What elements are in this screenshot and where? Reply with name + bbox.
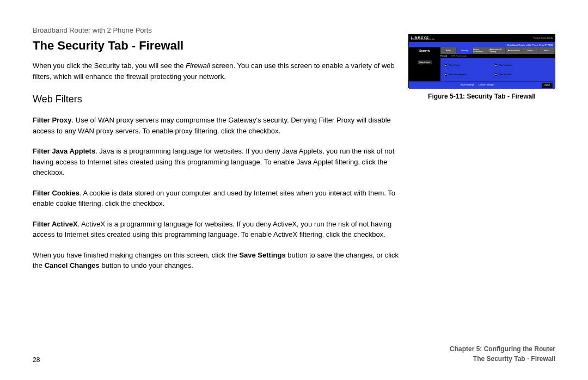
router-tab-apps[interactable]: Applications & Gaming — [489, 47, 506, 54]
check-label: Filter ActiveX — [499, 73, 511, 76]
checkbox-icon[interactable] — [445, 64, 447, 66]
check-filter-proxy[interactable]: Filter Proxy — [445, 60, 495, 70]
router-model-bar: Broadband Router with 2 Phone Ports RTP3… — [409, 42, 555, 47]
router-subtab-firewall[interactable]: Firewall — [440, 55, 447, 57]
filter-proxy-head: Filter Proxy — [33, 116, 72, 124]
router-brand-sub: A Division of Cisco Systems, Inc. — [411, 38, 435, 40]
figure-block: LINKSYS A Division of Cisco Systems, Inc… — [408, 34, 555, 100]
filter-java-para: Filter Java Applets. Java is a programmi… — [33, 146, 403, 178]
router-tab-setup[interactable]: Setup — [440, 47, 457, 54]
filter-java-head: Filter Java Applets — [33, 147, 95, 155]
check-label: Filter Java Applets — [449, 73, 467, 76]
filter-cookies-para: Filter Cookies. A cookie is data stored … — [33, 188, 403, 209]
filter-cookies-body: . A cookie is data stored on your comput… — [33, 189, 395, 208]
cisco-logo: CISCO — [542, 83, 553, 88]
check-label: Filter Cookies — [499, 64, 512, 66]
router-section-label: Security — [409, 47, 440, 54]
filter-activex-para: Filter ActiveX. ActiveX is a programming… — [33, 219, 403, 240]
router-tab-admin[interactable]: Administration — [506, 47, 522, 54]
filter-cookies-head: Filter Cookies — [33, 189, 79, 197]
router-brand-bar: LINKSYS A Division of Cisco Systems, Inc… — [409, 34, 555, 42]
router-firmware: Firmware Version: 1.00.55 — [534, 37, 553, 39]
filter-proxy-para: Filter Proxy. Use of WAN proxy servers m… — [33, 115, 403, 136]
save-pre: When you have finished making changes on… — [33, 251, 239, 259]
router-body: Web Filters Filter Proxy Filter Cookies … — [409, 58, 555, 81]
checkbox-icon[interactable] — [495, 64, 497, 66]
checkbox-icon[interactable] — [495, 73, 497, 76]
footer-section: The Security Tab - Firewall — [450, 354, 555, 364]
save-settings-button[interactable]: Save Settings — [461, 83, 474, 86]
cancel-changes-button[interactable]: Cancel Changes — [479, 83, 495, 86]
product-header: Broadband Router with 2 Phone Ports — [33, 26, 555, 34]
filter-activex-body: . ActiveX is a programming language for … — [33, 220, 391, 239]
router-screenshot: LINKSYS A Division of Cisco Systems, Inc… — [408, 34, 555, 88]
check-filter-activex[interactable]: Filter ActiveX — [495, 70, 545, 79]
router-tabs: Security Setup Security Access Restricti… — [409, 47, 555, 54]
router-subtabs: Firewall VPN Passthrough — [409, 54, 555, 58]
router-tab-security[interactable]: Security — [457, 47, 473, 54]
cancel-changes-label: Cancel Changes — [45, 261, 100, 269]
save-settings-label: Save Settings — [239, 251, 285, 259]
router-tab-access[interactable]: Access Restrictions — [473, 47, 489, 54]
page-number: 28 — [33, 356, 40, 364]
check-label: Filter Proxy — [449, 64, 460, 66]
intro-em: Firewall — [186, 62, 210, 70]
router-bottom: Save Settings Cancel Changes CISCO — [409, 81, 555, 89]
figure-caption: Figure 5-11: Security Tab - Firewall — [408, 93, 555, 100]
check-filter-java[interactable]: Filter Java Applets — [445, 70, 495, 79]
router-buttons: Save Settings Cancel Changes — [461, 83, 494, 86]
router-checks: Filter Proxy Filter Cookies Filter Java … — [440, 58, 555, 81]
save-post: button to undo your changes. — [100, 261, 193, 269]
check-filter-cookies[interactable]: Filter Cookies — [495, 60, 545, 70]
router-side-label: Web Filters — [418, 60, 432, 64]
save-changes-para: When you have finished making changes on… — [33, 250, 403, 271]
router-subtab-vpn[interactable]: VPN Passthrough — [451, 55, 467, 57]
intro-pre: When you click the Security tab, you wil… — [33, 62, 186, 70]
filter-proxy-body: . Use of WAN proxy servers may compromis… — [33, 116, 391, 135]
router-model-text: Broadband Router with 2 Phone Ports RTP3… — [507, 44, 553, 46]
checkbox-icon[interactable] — [445, 73, 447, 76]
page-footer: 28 Chapter 5: Configuring the Router The… — [33, 344, 555, 364]
router-tab-voice[interactable]: Voice — [538, 47, 555, 54]
router-tab-status[interactable]: Status — [522, 47, 538, 54]
filter-activex-head: Filter ActiveX — [33, 220, 78, 228]
router-side: Web Filters — [409, 58, 440, 81]
footer-chapter: Chapter 5: Configuring the Router — [450, 344, 555, 354]
intro-paragraph: When you click the Security tab, you wil… — [33, 60, 403, 82]
